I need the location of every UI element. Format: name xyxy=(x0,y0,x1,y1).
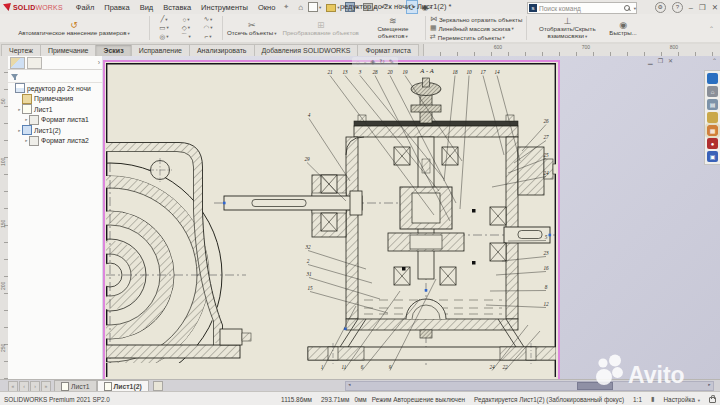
dropdown-icon[interactable]: ▾ xyxy=(187,17,189,22)
menu-item[interactable]: Окно xyxy=(253,2,280,13)
close-button[interactable]: ✕ xyxy=(712,3,718,12)
callout-label[interactable]: 26 xyxy=(543,118,549,124)
tree-filter-row[interactable] xyxy=(8,70,102,83)
dropdown-icon[interactable]: ▾ xyxy=(210,17,212,22)
add-sheet-button[interactable] xyxy=(153,381,163,391)
menu-item[interactable]: Вставка xyxy=(158,2,196,13)
tree-item[interactable]: ▸Лист1(2) xyxy=(8,125,102,136)
file-explorer-icon[interactable] xyxy=(707,112,718,123)
callout-label[interactable]: 31 xyxy=(306,271,312,277)
view-palette-icon[interactable]: ▦ xyxy=(707,125,718,136)
dropdown-icon[interactable]: ▾ xyxy=(189,34,191,39)
callout-label[interactable]: 27 xyxy=(543,134,549,140)
drawing-view[interactable]: А - А 2113328201918101714429322311526272… xyxy=(106,63,556,377)
menu-item[interactable]: Файл xyxy=(71,2,99,13)
callout-label[interactable]: 6 xyxy=(361,364,364,370)
tab-item[interactable]: Исправление xyxy=(131,44,190,56)
fillet-tool-button[interactable]: ⌐▾ xyxy=(197,32,219,41)
rectangle-tool-button[interactable]: ▭▾ xyxy=(153,24,175,33)
callout-label[interactable]: 5 xyxy=(545,234,548,240)
graphics-area[interactable]: А - А 2113328201918101714429322311526272… xyxy=(102,56,720,379)
appearances-icon[interactable]: ● xyxy=(707,138,718,149)
callout-label[interactable]: 12 xyxy=(543,301,549,307)
offset-entities-button[interactable]: ≋ Смещение объектов▾ xyxy=(362,14,424,42)
ruler-collapse-icon[interactable]: ⌃ xyxy=(712,57,717,64)
menu-item[interactable]: Правка xyxy=(99,2,134,13)
callout-label[interactable]: 11 xyxy=(342,364,347,370)
rotate-view-icon[interactable]: ↻ xyxy=(379,58,384,66)
tab-item[interactable]: Анализировать xyxy=(189,44,255,56)
section-label[interactable]: А - А xyxy=(419,67,433,74)
tree-item[interactable]: Примечания xyxy=(8,94,102,105)
callout-label[interactable]: 24 xyxy=(489,364,495,370)
callout-label[interactable]: 14 xyxy=(494,69,500,75)
dropdown-icon[interactable]: ▾ xyxy=(165,17,167,22)
callout-label[interactable]: 18 xyxy=(452,69,458,75)
callout-label[interactable]: 3 xyxy=(359,69,362,75)
view-settings-icon[interactable]: ◈ xyxy=(370,58,375,66)
menu-item[interactable]: Вид xyxy=(135,2,159,13)
callout-label[interactable]: 9 xyxy=(389,364,392,370)
settings-icon[interactable]: ⚙ xyxy=(655,2,666,13)
doc-close-button[interactable]: ✕ xyxy=(668,57,673,64)
search-dropdown-icon[interactable]: ▾ xyxy=(634,6,636,11)
tree-root[interactable]: редуктор до 2х ночи xyxy=(8,83,102,94)
polygon-tool-button[interactable]: ◇▾ xyxy=(175,24,197,33)
callout-label[interactable]: 8 xyxy=(545,284,548,290)
home-button[interactable]: ⌂ xyxy=(296,1,305,13)
callout-label[interactable]: 16 xyxy=(543,265,549,271)
linear-pattern-button[interactable]: ▦ Линейный массив эскиза▾ xyxy=(430,24,522,32)
arc-tool-button[interactable]: ◠▾ xyxy=(197,24,219,33)
point-tool-button[interactable]: ◎▾ xyxy=(153,32,175,41)
tab-item[interactable]: Примечание xyxy=(40,44,97,56)
doc-minimize-button[interactable]: ▁ xyxy=(648,57,653,64)
callout-label[interactable]: 13 xyxy=(342,69,348,75)
callout-label[interactable]: 25 xyxy=(543,152,549,158)
tab-item[interactable]: Добавления SOLIDWORKS xyxy=(254,44,359,56)
dropdown-icon[interactable]: ▾ xyxy=(319,5,321,10)
centerline-tool-button[interactable]: ⌒▾ xyxy=(175,32,197,41)
zoom-area-icon[interactable]: ▫ xyxy=(364,59,366,66)
sheet-scale[interactable]: 1:1 xyxy=(633,396,642,403)
command-search[interactable]: s Поиск команд ▾ xyxy=(527,2,637,14)
drawing-sheet[interactable]: А - А 2113328201918101714429322311526272… xyxy=(103,60,560,379)
menu-item[interactable]: Инструменты xyxy=(196,2,253,13)
settings-selector[interactable]: Настройка ▾ xyxy=(663,396,700,403)
units-icon[interactable]: ▮ xyxy=(651,395,655,403)
circle-tool-button[interactable]: ○▾ xyxy=(175,15,197,24)
last-sheet-button[interactable]: » xyxy=(41,381,51,392)
callout-label[interactable]: 28 xyxy=(372,69,378,75)
collapse-toolbar-icon[interactable]: ⌃ xyxy=(709,25,714,32)
tree-item[interactable]: ▸Формат листа2 xyxy=(8,136,102,147)
home-icon[interactable]: ⌂ xyxy=(707,86,718,97)
callout-label[interactable]: 22 xyxy=(502,364,508,370)
doc-restore-button[interactable]: ❐ xyxy=(658,57,663,64)
callout-label[interactable]: 20 xyxy=(387,69,393,75)
dropdown-icon[interactable]: ▾ xyxy=(166,34,168,39)
callout-label[interactable]: 19 xyxy=(402,69,408,75)
pin-icon[interactable]: ✦ xyxy=(283,3,289,11)
display-relations-button[interactable]: ⊥ Отобразить/Скрыть взаимосвязи▾ xyxy=(528,14,606,42)
trim-entities-button[interactable]: ✂ Отсечь объекты▾ xyxy=(224,14,279,42)
scroll-left-icon[interactable]: ◂ xyxy=(346,382,353,388)
propertymanager-tab-icon[interactable] xyxy=(27,57,42,69)
sketch-edit-icon[interactable]: ✎ xyxy=(389,58,394,66)
tree-item[interactable]: ▸Формат листа1 xyxy=(8,115,102,126)
callout-label[interactable]: 2 xyxy=(307,258,310,264)
panel-expand-icon[interactable]: › xyxy=(98,59,100,66)
featuremanager-tree-tab-icon[interactable] xyxy=(10,57,25,69)
search-icon[interactable] xyxy=(624,5,631,12)
design-library-icon[interactable]: ▤ xyxy=(707,99,718,110)
move-entities-button[interactable]: ⇄ Переместить объекты▾ xyxy=(430,33,522,41)
callout-label[interactable]: 23 xyxy=(543,250,549,256)
prev-sheet-button[interactable]: ‹ xyxy=(19,381,29,392)
line-tool-button[interactable]: ╱▾ xyxy=(153,15,175,24)
solidworks-resources-icon[interactable] xyxy=(707,73,718,84)
next-sheet-button[interactable]: › xyxy=(30,381,40,392)
callout-label[interactable]: 1 xyxy=(321,364,324,370)
callout-label[interactable]: 32 xyxy=(305,244,311,250)
dropdown-icon[interactable]: ▾ xyxy=(166,25,168,30)
zoom-fit-icon[interactable]: ◌ xyxy=(356,59,360,66)
dropdown-icon[interactable]: ▾ xyxy=(210,25,212,30)
callout-label[interactable]: 15 xyxy=(307,285,313,291)
